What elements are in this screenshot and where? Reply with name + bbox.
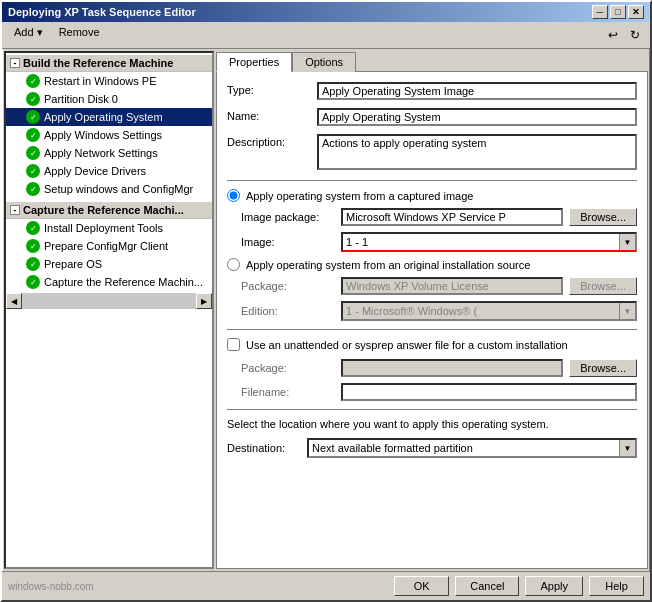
cancel-button[interactable]: Cancel (455, 576, 519, 596)
maximize-button[interactable]: □ (610, 5, 626, 19)
package2-label: Package: (241, 362, 341, 374)
image-row: Image: 1 - 1 ▼ (241, 232, 637, 252)
right-panel: Properties Options Type: Name: (216, 51, 648, 569)
radio-original-label: Apply operating system from an original … (246, 259, 530, 271)
tree-item-partition[interactable]: ✓ Partition Disk 0 (6, 90, 212, 108)
tree-item-prepare-configmgr[interactable]: ✓ Prepare ConfigMgr Client (6, 237, 212, 255)
radio-original-row: Apply operating system from an original … (227, 258, 637, 271)
filename-row: Filename: (241, 383, 637, 401)
scroll-right-btn[interactable]: ▶ (196, 293, 212, 309)
scroll-left-btn[interactable]: ◀ (6, 293, 22, 309)
check-icon-partition: ✓ (26, 92, 40, 106)
expand-icon-1[interactable]: - (10, 58, 20, 68)
check-icon-applyos: ✓ (26, 110, 40, 124)
watermark: windows-nobb.com (8, 581, 94, 592)
dest-select-arrow[interactable]: ▼ (619, 440, 635, 456)
type-input[interactable] (317, 82, 637, 100)
dest-select[interactable]: Next available formatted partition ▼ (307, 438, 637, 458)
scroll-track[interactable] (22, 293, 196, 309)
tree-panel: - Build the Reference Machine ✓ Restart … (4, 51, 214, 569)
image-select-container: 1 - 1 ▼ (341, 232, 637, 252)
tree-hscrollbar[interactable]: ◀ ▶ (6, 293, 212, 309)
tree-item-device-drivers[interactable]: ✓ Apply Device Drivers (6, 162, 212, 180)
edition-select-text: 1 - Microsoft® Windows® ( (343, 304, 619, 318)
tree-item-restart[interactable]: ✓ Restart in Windows PE (6, 72, 212, 90)
tab-options[interactable]: Options (292, 52, 356, 72)
close-button[interactable]: ✕ (628, 5, 644, 19)
toolbar-refresh-back[interactable]: ↩ (602, 24, 624, 46)
radio-captured-label: Apply operating system from a captured i… (246, 190, 473, 202)
check-icon-setup-windows: ✓ (26, 182, 40, 196)
tree-item-setup-windows[interactable]: ✓ Setup windows and ConfigMgr (6, 180, 212, 198)
image-select-arrow[interactable]: ▼ (619, 234, 635, 250)
tree-item-network-settings[interactable]: ✓ Apply Network Settings (6, 144, 212, 162)
radio-captured[interactable] (227, 189, 240, 202)
package2-input (341, 359, 563, 377)
menu-bar: Add ▾ Remove ↩ ↻ (2, 22, 650, 49)
tab-content-properties: Type: Name: Description: Action (216, 71, 648, 569)
tree-section-1-header[interactable]: - Build the Reference Machine (6, 55, 212, 72)
window-title: Deploying XP Task Sequence Editor (8, 6, 196, 18)
tree-item-install-deployment[interactable]: ✓ Install Deployment Tools (6, 219, 212, 237)
expand-icon-2[interactable]: - (10, 205, 20, 215)
tree-section-1: - Build the Reference Machine ✓ Restart … (6, 53, 212, 200)
main-window: Deploying XP Task Sequence Editor ─ □ ✕ … (0, 0, 652, 602)
image-select[interactable]: 1 - 1 ▼ (341, 232, 637, 252)
destination-row: Destination: Next available formatted pa… (227, 438, 637, 458)
check-icon-capture-ref: ✓ (26, 275, 40, 289)
dest-label: Destination: (227, 442, 307, 454)
menu-add[interactable]: Add ▾ (6, 24, 51, 46)
desc-row: Description: Actions to apply operating … (227, 134, 637, 172)
toolbar-refresh-forward[interactable]: ↻ (624, 24, 646, 46)
title-bar-buttons: ─ □ ✕ (592, 5, 644, 19)
main-content: - Build the Reference Machine ✓ Restart … (2, 49, 650, 571)
minimize-button[interactable]: ─ (592, 5, 608, 19)
tree-section-2-header[interactable]: - Capture the Reference Machi... (6, 202, 212, 219)
tree-item-prepare-os[interactable]: ✓ Prepare OS (6, 255, 212, 273)
edition-label: Edition: (241, 305, 341, 317)
type-value (317, 82, 637, 100)
edition-row: Edition: 1 - Microsoft® Windows® ( ▼ (241, 301, 637, 321)
help-button[interactable]: Help (589, 576, 644, 596)
desc-textarea[interactable]: Actions to apply operating system (317, 134, 637, 170)
name-row: Name: (227, 108, 637, 126)
checkbox-answer-file-label: Use an unattended or sysprep answer file… (246, 339, 568, 351)
tree-item-capture-ref[interactable]: ✓ Capture the Reference Machin... (6, 273, 212, 291)
tab-properties[interactable]: Properties (216, 52, 292, 72)
image-package-input[interactable] (341, 208, 563, 226)
dest-select-text: Next available formatted partition (309, 441, 619, 455)
menu-remove[interactable]: Remove (51, 24, 108, 46)
edition-select-container: 1 - Microsoft® Windows® ( ▼ (341, 301, 637, 321)
image-select-text: 1 - 1 (343, 235, 619, 249)
browse-package2-button[interactable]: Browse... (569, 359, 637, 377)
tree-item-applyos[interactable]: ✓ Apply Operating System (6, 108, 212, 126)
original-sub-form: Package: Browse... Edition: 1 - Microsof… (241, 277, 637, 321)
package-label: Package: (241, 280, 341, 292)
name-label: Name: (227, 108, 317, 122)
check-icon-prepare-os: ✓ (26, 257, 40, 271)
radio-captured-row: Apply operating system from a captured i… (227, 189, 637, 202)
image-package-row: Image package: Browse... (241, 208, 637, 226)
checkbox-answer-file[interactable] (227, 338, 240, 351)
package-row: Package: Browse... (241, 277, 637, 295)
package-input (341, 277, 563, 295)
divider-3 (227, 409, 637, 410)
filename-input[interactable] (341, 383, 637, 401)
captured-sub-form: Image package: Browse... Image: 1 - 1 ▼ (241, 208, 637, 252)
type-label: Type: (227, 82, 317, 96)
apply-button[interactable]: Apply (525, 576, 583, 596)
filename-label: Filename: (241, 386, 341, 398)
dest-section-text: Select the location where you want to ap… (227, 418, 637, 430)
tabs: Properties Options (216, 51, 648, 71)
name-value (317, 108, 637, 126)
divider-1 (227, 180, 637, 181)
check-icon-install-deployment: ✓ (26, 221, 40, 235)
desc-label: Description: (227, 134, 317, 148)
browse-package-button: Browse... (569, 277, 637, 295)
ok-button[interactable]: OK (394, 576, 449, 596)
package2-row: Package: Browse... (241, 359, 637, 377)
name-input[interactable] (317, 108, 637, 126)
tree-item-windows-settings[interactable]: ✓ Apply Windows Settings (6, 126, 212, 144)
radio-original[interactable] (227, 258, 240, 271)
browse-image-package-button[interactable]: Browse... (569, 208, 637, 226)
